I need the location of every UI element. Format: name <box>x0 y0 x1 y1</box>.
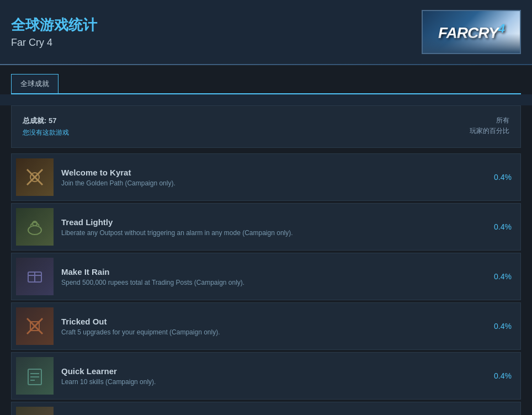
achievement-percent: 0.4% <box>490 222 512 231</box>
stats-label-bottom: 玩家的百分比 <box>470 126 509 136</box>
header-left: 全球游戏统计 Far Cry 4 <box>11 15 97 49</box>
achievement-name: Tread Lightly <box>61 217 478 227</box>
achievement-desc: Spend 500,000 rupees total at Trading Po… <box>61 279 478 286</box>
achievement-desc: Craft 5 upgrades for your equipment (Cam… <box>61 328 478 336</box>
achievement-name: Make It Rain <box>61 267 478 276</box>
achievement-icon <box>16 158 54 196</box>
stats-total: 总成就: 57 <box>23 116 69 126</box>
achievement-percent: 0.4% <box>490 272 512 281</box>
achievement-desc: Learn 10 skills (Campaign only). <box>61 378 478 386</box>
page-header: 全球游戏统计 Far Cry 4 FARCRY4 <box>0 0 532 64</box>
achievement-info: Welcome to Kyrat Join the Golden Path (C… <box>61 168 478 187</box>
achievement-item: Tread Lightly Liberate any Outpost witho… <box>11 203 521 251</box>
achievement-icon <box>16 407 54 415</box>
achievement-icon <box>16 307 54 345</box>
tab-global-achievements[interactable]: 全球成就 <box>11 74 58 93</box>
achievement-item: Quick Learner Learn 10 skills (Campaign … <box>11 352 521 400</box>
stats-owner: 您没有这款游戏 <box>23 128 69 137</box>
achievement-info: Quick Learner Learn 10 skills (Campaign … <box>61 366 478 386</box>
achievement-info: Tricked Out Craft 5 upgrades for your eq… <box>61 317 478 336</box>
game-logo: FARCRY4 <box>422 10 521 54</box>
logo-mountain <box>423 34 520 53</box>
achievement-list: Welcome to Kyrat Join the Golden Path (C… <box>0 148 532 415</box>
achievement-item: Well Read Read 10 notes (Campaign only).… <box>11 402 521 415</box>
achievement-name: Quick Learner <box>61 366 478 376</box>
achievement-desc: Join the Golden Path (Campaign only). <box>61 179 478 187</box>
achievement-percent: 0.4% <box>490 322 512 331</box>
svg-point-3 <box>28 226 41 235</box>
achievement-name: Welcome to Kyrat <box>61 168 478 177</box>
stats-section: 总成就: 57 您没有这款游戏 所有 玩家的百分比 <box>0 105 532 148</box>
achievement-percent: 0.4% <box>490 173 512 182</box>
stats-label-top: 所有 <box>470 116 509 125</box>
achievement-name: Tricked Out <box>61 317 478 326</box>
achievement-icon <box>16 357 54 395</box>
achievement-item: Welcome to Kyrat Join the Golden Path (C… <box>11 153 521 201</box>
tab-bar: 全球成就 <box>11 74 521 94</box>
achievement-item: Make It Rain Spend 500,000 rupees total … <box>11 253 521 300</box>
achievement-icon <box>16 258 54 295</box>
achievement-item: Tricked Out Craft 5 upgrades for your eq… <box>11 302 521 350</box>
tab-section: 全球成就 <box>0 65 532 94</box>
game-name: Far Cry 4 <box>11 37 97 49</box>
achievement-info: Tread Lightly Liberate any Outpost witho… <box>61 217 478 237</box>
page-title: 全球游戏统计 <box>11 15 97 35</box>
achievement-percent: 0.4% <box>490 371 512 380</box>
achievement-icon <box>16 208 54 246</box>
stats-right: 所有 玩家的百分比 <box>470 116 509 136</box>
stats-row: 总成就: 57 您没有这款游戏 所有 玩家的百分比 <box>11 105 521 148</box>
achievement-desc: Liberate any Outpost without triggering … <box>61 229 478 237</box>
stats-left: 总成就: 57 您没有这款游戏 <box>23 116 69 137</box>
stats-count: 57 <box>49 116 56 125</box>
achievement-info: Make It Rain Spend 500,000 rupees total … <box>61 267 478 286</box>
